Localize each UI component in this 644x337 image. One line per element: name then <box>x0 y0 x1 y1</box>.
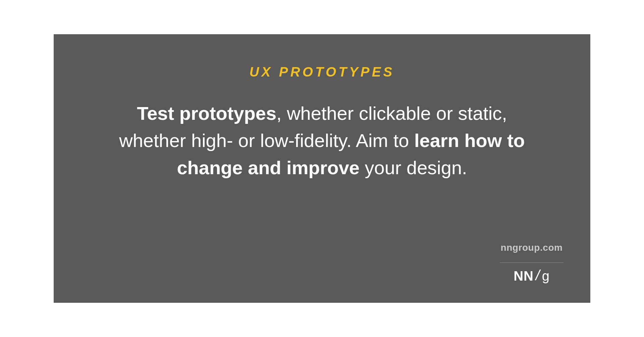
slide-footer: nngroup.com NN/g <box>500 242 564 284</box>
slide-heading: UX PROTOTYPES <box>54 64 590 80</box>
footer-divider <box>500 262 564 263</box>
logo-nn: NN <box>514 269 533 284</box>
slide-card: UX PROTOTYPES Test prototypes, whether c… <box>54 34 590 303</box>
logo-slash-icon: / <box>536 267 540 284</box>
slide-body: Test prototypes, whether clickable or st… <box>107 100 537 182</box>
body-text-4: your design. <box>360 157 467 178</box>
nng-logo: NN/g <box>514 268 549 284</box>
logo-g: g <box>542 269 550 284</box>
footer-url: nngroup.com <box>500 242 564 258</box>
body-bold-1: Test prototypes <box>137 103 276 124</box>
